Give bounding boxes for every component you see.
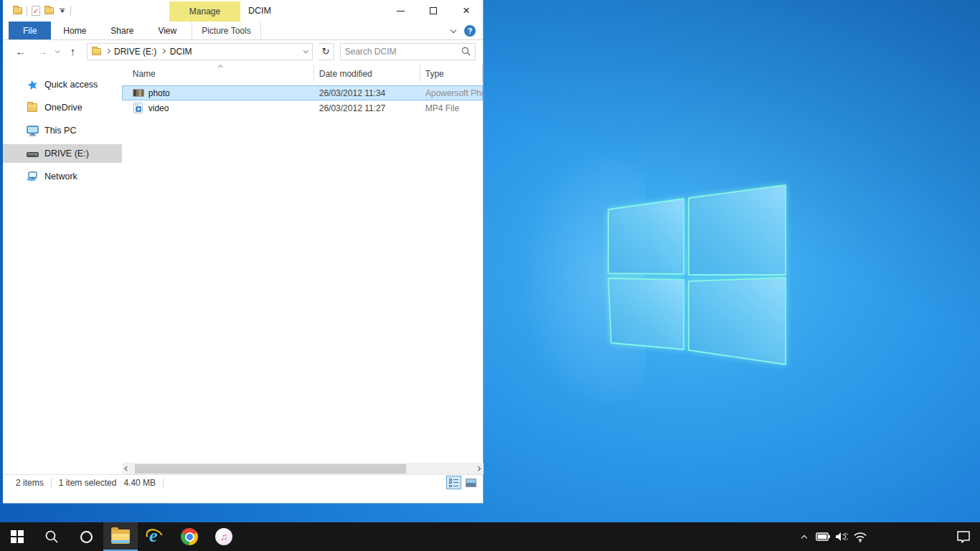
- sidebar-item-label: OneDrive: [44, 103, 83, 113]
- file-row-photo[interactable]: photo 26/03/2012 11:34 Apowersoft Pho: [122, 85, 483, 100]
- file-explorer-icon: [111, 529, 130, 544]
- photo-file-icon: [133, 88, 144, 99]
- scrollbar-thumb[interactable]: [135, 464, 406, 474]
- sidebar-item-label: Network: [44, 171, 77, 182]
- taskbar-file-explorer-button[interactable]: [103, 522, 138, 551]
- taskbar-chrome-button[interactable]: [172, 522, 207, 551]
- breadcrumb-dcim[interactable]: DCIM: [170, 47, 192, 57]
- hard-drive-icon: [26, 148, 39, 159]
- divider: [163, 478, 164, 488]
- column-divider[interactable]: [482, 65, 483, 82]
- refresh-button[interactable]: ↻: [319, 43, 334, 60]
- wifi-icon[interactable]: [851, 532, 870, 542]
- tab-file[interactable]: File: [9, 22, 51, 39]
- window-controls: ×: [384, 0, 483, 22]
- tab-home[interactable]: Home: [51, 22, 98, 39]
- customize-qat-dropdown-icon[interactable]: [58, 7, 66, 14]
- minimize-button[interactable]: [384, 0, 417, 22]
- tab-view[interactable]: View: [146, 22, 189, 39]
- sidebar-item-onedrive[interactable]: OneDrive: [3, 98, 122, 117]
- column-divider[interactable]: [314, 65, 314, 82]
- chrome-icon: [181, 528, 198, 545]
- new-folder-icon[interactable]: [44, 7, 54, 14]
- show-hidden-icons-button[interactable]: [795, 534, 814, 540]
- address-dropdown-icon[interactable]: [303, 48, 308, 52]
- folder-icon: [92, 48, 101, 55]
- expand-ribbon-icon[interactable]: [451, 27, 456, 32]
- breadcrumb-separator-icon[interactable]: [161, 49, 165, 53]
- tab-share[interactable]: Share: [98, 22, 146, 39]
- sidebar-item-label: This PC: [44, 126, 76, 136]
- details-view-button[interactable]: [446, 476, 461, 489]
- windows-logo-wallpaper: [604, 181, 788, 369]
- search-icon[interactable]: [461, 47, 471, 56]
- internet-explorer-icon: e: [146, 527, 164, 546]
- search-input[interactable]: [345, 47, 462, 57]
- volume-icon[interactable]: [832, 532, 851, 542]
- explorer-content: Quick access OneDrive: [3, 62, 483, 474]
- battery-icon[interactable]: [814, 532, 832, 541]
- divider: [70, 6, 71, 16]
- taskbar-internet-explorer-button[interactable]: e: [138, 522, 172, 551]
- large-icons-view-button[interactable]: [463, 476, 479, 489]
- taskbar-itunes-button[interactable]: ♫: [207, 522, 241, 551]
- cortana-button[interactable]: [69, 522, 103, 551]
- quick-access-star-icon: [26, 79, 39, 90]
- scroll-left-icon[interactable]: [122, 463, 133, 474]
- recent-locations-dropdown-icon[interactable]: [55, 48, 60, 52]
- file-explorer-window: ✓ Manage DCIM × File Home Share View: [3, 0, 484, 504]
- selection-count: 1 item selected: [59, 478, 117, 488]
- file-row-video[interactable]: video 26/03/2012 11:27 MP4 File: [122, 100, 483, 116]
- taskbar-search-button[interactable]: [34, 522, 69, 551]
- close-button[interactable]: ×: [450, 0, 483, 22]
- item-count: 2 items: [16, 478, 44, 488]
- monitor-icon: [26, 125, 39, 136]
- file-date-modified: 26/03/2012 11:34: [319, 88, 386, 98]
- itunes-icon: ♫: [215, 528, 232, 545]
- file-type: MP4 File: [425, 103, 483, 113]
- address-bar[interactable]: DRIVE (E:) DCIM: [87, 43, 313, 60]
- manage-contextual-group: Manage: [169, 1, 240, 22]
- details-view-icon: [449, 479, 458, 487]
- properties-check-icon[interactable]: ✓: [32, 6, 40, 16]
- video-file-icon: [133, 103, 144, 114]
- quick-access-toolbar: ✓: [3, 6, 71, 16]
- onedrive-folder-icon: [26, 102, 39, 113]
- forward-button[interactable]: →: [34, 45, 50, 57]
- maximize-button[interactable]: [417, 0, 450, 22]
- navigation-bar: ← → ↑ DRIVE (E:) DCIM ↻: [3, 40, 483, 62]
- navigation-pane: Quick access OneDrive: [3, 62, 122, 474]
- sidebar-item-label: Quick access: [44, 80, 98, 90]
- column-header-type[interactable]: Type: [425, 69, 444, 79]
- up-button[interactable]: ↑: [65, 45, 81, 57]
- tab-picture-tools[interactable]: Picture Tools: [192, 22, 260, 39]
- column-divider[interactable]: [420, 65, 420, 82]
- start-button[interactable]: [0, 522, 34, 551]
- help-icon[interactable]: ?: [464, 25, 476, 37]
- windows-start-icon: [11, 530, 24, 543]
- column-header-date-modified[interactable]: Date modified: [319, 69, 372, 79]
- breadcrumb-separator-icon[interactable]: [105, 49, 110, 53]
- desktop[interactable]: ✓ Manage DCIM × File Home Share View: [0, 0, 980, 551]
- back-button[interactable]: ←: [13, 45, 29, 57]
- sidebar-item-quick-access[interactable]: Quick access: [3, 75, 122, 94]
- large-icons-view-icon: [466, 479, 476, 487]
- network-icon: [26, 171, 39, 182]
- file-list-pane: Name Date modified Type photo 26/03/2012…: [122, 62, 483, 474]
- scrollbar-track[interactable]: [133, 463, 473, 474]
- action-center-button[interactable]: [947, 522, 980, 551]
- file-name: photo: [149, 88, 170, 98]
- sort-ascending-icon: [218, 65, 222, 70]
- breadcrumb-drive[interactable]: DRIVE (E:): [114, 47, 156, 57]
- sidebar-item-this-pc[interactable]: This PC: [3, 121, 122, 140]
- divider: [51, 478, 52, 488]
- search-icon: [44, 529, 59, 544]
- horizontal-scrollbar[interactable]: [122, 463, 484, 474]
- column-header-name[interactable]: Name: [133, 69, 156, 79]
- sidebar-item-drive-e[interactable]: DRIVE (E:): [3, 144, 122, 163]
- folder-icon[interactable]: [13, 7, 22, 14]
- sidebar-item-network[interactable]: Network: [3, 167, 122, 186]
- file-type: Apowersoft Pho: [425, 88, 483, 98]
- file-rows: photo 26/03/2012 11:34 Apowersoft Pho vi…: [122, 85, 483, 116]
- scroll-right-icon[interactable]: [473, 463, 484, 474]
